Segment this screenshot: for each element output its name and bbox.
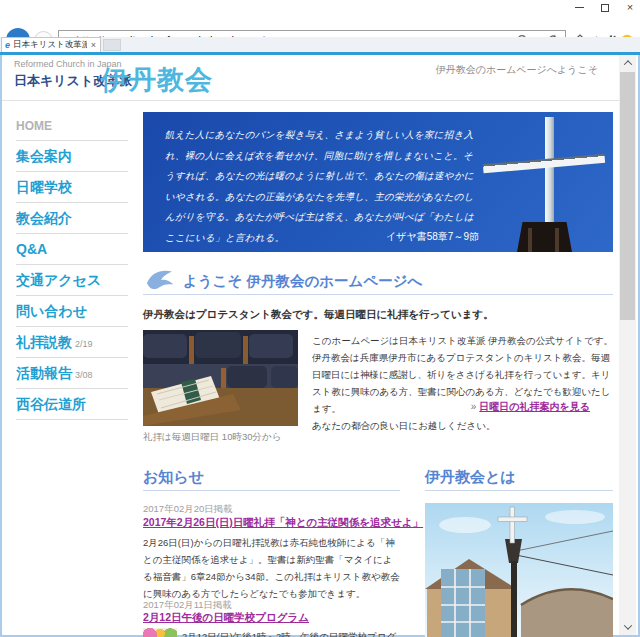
- maximize-icon: [601, 4, 609, 12]
- news-heading: お知らせ: [143, 462, 400, 491]
- welcome-intro: 伊丹教会はプロテスタント教会です。毎週日曜日に礼拝を行っています。: [143, 308, 494, 322]
- verse-attribution: イザヤ書58章7～9節: [165, 230, 479, 244]
- chrome-accent-line: [0, 52, 640, 55]
- tab-favicon-icon: e: [5, 40, 10, 50]
- hero-banner: 飢えた人にあなたのパンを裂き与え、さまよう貧しい人を家に招き入れ、裸の人に会えば…: [143, 112, 613, 252]
- church-building-photo: [425, 503, 613, 637]
- news-title-link[interactable]: 2017年2月26日(日)日曜礼拝「神との主従関係を追求せよ」: [143, 516, 423, 528]
- sidebar-item-reports[interactable]: 活動報告3/08: [16, 358, 128, 389]
- sidebar-item-nishitani[interactable]: 西谷伝道所: [16, 389, 128, 420]
- window-border-left: [0, 55, 2, 637]
- news-thumbnail: [143, 628, 177, 637]
- scroll-up-button[interactable]: [619, 55, 636, 71]
- sidebar-item-contact[interactable]: 問い合わせ: [16, 296, 128, 327]
- news-body: 2月12日(日)午後1時～2時、午後の日曜学校プログ: [182, 628, 412, 637]
- welcome-heading: ようこそ 伊丹教会のホームページへ: [143, 266, 613, 295]
- steeple-detail: [555, 228, 559, 252]
- minimize-icon: [575, 7, 584, 8]
- sidebar-item-meetings[interactable]: 集会案内: [16, 141, 128, 172]
- worship-info-link[interactable]: 日曜日の礼拝案内を見る: [479, 401, 590, 412]
- steeple-silhouette: [517, 222, 572, 252]
- news-body: 2月26日(日)からの日曜礼拝説教は赤石純也牧師による「神との主従関係を追求せよ…: [143, 534, 400, 602]
- browser-tab[interactable]: e 日本キリスト改革派 伊丹教会... ×: [1, 37, 101, 52]
- steeple-detail: [528, 228, 532, 252]
- sidebar-item-date: 2/19: [75, 339, 93, 349]
- sidebar-nav: HOME 集会案内 日曜学校 教会紹介 Q&A 交通アクセス 問い合わせ 礼拝説…: [16, 110, 128, 420]
- new-tab-button[interactable]: [103, 39, 121, 51]
- sidebar-item-church-intro[interactable]: 教会紹介: [16, 203, 128, 234]
- scroll-down-button[interactable]: [619, 619, 636, 635]
- close-button[interactable]: ×: [621, 2, 639, 13]
- dove-icon: [145, 268, 175, 292]
- sidebar-item-sermons[interactable]: 礼拝説教2/19: [16, 327, 128, 358]
- sidebar-item-home[interactable]: HOME: [16, 110, 128, 141]
- site-title[interactable]: 伊丹教会: [101, 62, 213, 98]
- sidebar-item-date: 3/08: [75, 370, 93, 380]
- browser-window: × ← → e http://www.itami-reformed-church…: [0, 0, 640, 637]
- sidebar-item-qa[interactable]: Q&A: [16, 234, 128, 265]
- worship-photo: [143, 330, 298, 426]
- about-heading: 伊丹教会とは: [425, 462, 613, 491]
- cross-bar: [483, 154, 605, 174]
- sidebar-item-sunday-school[interactable]: 日曜学校: [16, 172, 128, 203]
- news-title-link[interactable]: 2月12日午後の日曜学校プログラム: [143, 611, 309, 623]
- sidebar-item-access[interactable]: 交通アクセス: [16, 265, 128, 296]
- title-bar: ×: [0, 0, 640, 14]
- header-divider: [2, 100, 619, 101]
- minimize-button[interactable]: [570, 2, 588, 13]
- tab-bar: e 日本キリスト改革派 伊丹教会... ×: [0, 37, 640, 52]
- worship-info-link-row: »日曜日の礼拝案内を見る: [312, 400, 590, 414]
- maximize-button[interactable]: [596, 2, 614, 13]
- scrollbar-thumb[interactable]: [620, 72, 635, 320]
- close-icon: ×: [627, 2, 633, 13]
- photo-caption: 礼拝は毎週日曜日 10時30分から: [143, 431, 281, 444]
- welcome-body: このホームページは日本キリスト改革派 伊丹教会の公式サイトです。 伊丹教会は兵庫…: [312, 332, 613, 434]
- chevron-up-icon: [623, 60, 631, 68]
- news-date: 2017年02月20日掲載: [143, 503, 233, 516]
- tab-close-icon[interactable]: ×: [87, 40, 100, 50]
- site-greeting: 伊丹教会のホームページへようこそ: [436, 63, 598, 77]
- browser-toolbar: ← → e http://www.itami-reformed-church.c…: [0, 14, 640, 37]
- chevron-down-icon: [623, 621, 631, 629]
- tab-title: 日本キリスト改革派 伊丹教会...: [13, 39, 87, 51]
- scrollbar[interactable]: [619, 55, 636, 635]
- double-angle-icon: »: [471, 401, 477, 412]
